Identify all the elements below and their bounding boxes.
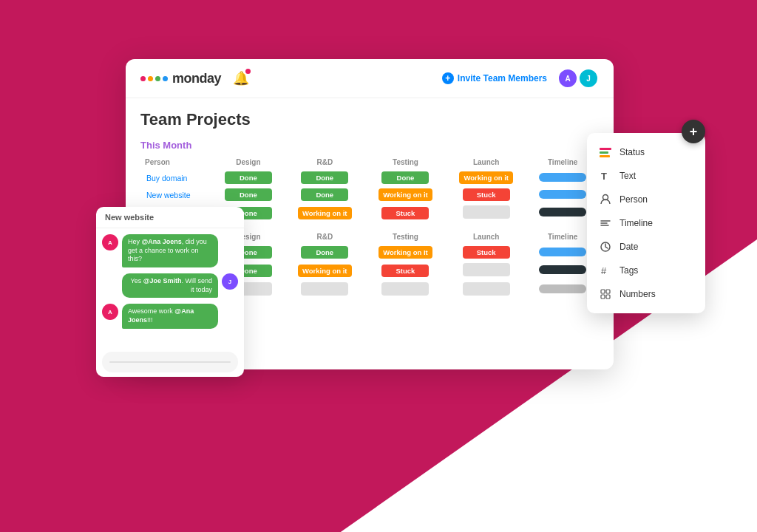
col-rd: R&D <box>285 155 365 169</box>
status-stuck: Stuck <box>463 188 510 201</box>
cell-rd: Done <box>285 169 365 186</box>
empty-cell <box>301 282 348 296</box>
row-label-buy-domain: Buy domain <box>140 169 212 186</box>
chat-message-2: J Yes @Joe Smith. Will send it today <box>102 273 238 298</box>
user-avatars: A J <box>557 68 599 89</box>
col-launch-2: Launch <box>446 230 526 244</box>
person-icon <box>599 193 612 206</box>
dropdown-item-tags[interactable]: # Tags <box>587 259 705 282</box>
scene: monday 🔔 + Invite Team Members A J Team … <box>0 0 757 532</box>
timeline-icon <box>599 216 612 230</box>
logo-dot-2 <box>148 76 153 81</box>
board-header: monday 🔔 + Invite Team Members A J <box>126 59 614 98</box>
chat-input-line <box>109 361 231 363</box>
status-working: Working on it <box>378 188 432 201</box>
text-icon-svg: T <box>600 170 611 182</box>
dropdown-item-status[interactable]: Status <box>587 140 705 164</box>
cell-rd-g2-3 <box>285 280 365 299</box>
cell-design: Done <box>212 169 285 186</box>
cell-rd-g2: Done <box>285 244 365 261</box>
col-testing-2: Testing <box>365 230 446 244</box>
numbers-icon <box>599 287 612 301</box>
svg-rect-10 <box>606 295 610 299</box>
logo-dot-1 <box>140 76 146 81</box>
logo-dot-3 <box>155 76 160 81</box>
mention-joe: @Joe Smith <box>143 277 182 284</box>
logo: monday 🔔 <box>140 70 249 86</box>
status-done: Done <box>301 246 348 259</box>
status-done: Done <box>225 171 272 184</box>
status-bar-1 <box>600 148 611 150</box>
board-title: Team Projects <box>140 110 599 129</box>
header-right: + Invite Team Members A J <box>442 68 599 89</box>
col-design: Design <box>212 155 285 169</box>
dropdown-item-date[interactable]: Date <box>587 235 705 259</box>
table-row: New website Done Done Working on it Stuc… <box>140 186 599 203</box>
status-working: Working on it <box>298 207 352 219</box>
mention-ana: @Ana Joens <box>142 238 182 245</box>
logo-dot-4 <box>163 76 168 81</box>
section1-label: This Month <box>140 140 599 151</box>
date-icon <box>599 240 612 253</box>
empty-cell <box>381 282 429 296</box>
timeline-bar <box>539 190 586 199</box>
cell-launch-g2: Stuck <box>446 244 526 261</box>
chat-bubble-2: Yes @Joe Smith. Will send it today <box>122 273 218 298</box>
cell-testing: Working on it <box>365 186 446 203</box>
cell-rd: Done <box>285 186 365 203</box>
timeline-bar <box>539 208 586 216</box>
invite-label: Invite Team Members <box>458 73 547 83</box>
chat-header: New website <box>96 207 244 228</box>
status-icon <box>599 146 612 159</box>
chat-bubble-1: Hey @Ana Joens, did you get a chance to … <box>122 234 218 267</box>
mention-ana-2: @Ana Joens <box>128 307 194 324</box>
chat-bubble-3: Awesome work @Ana Joens!!! <box>122 304 218 328</box>
logo-text: monday <box>172 71 221 86</box>
dropdown-item-numbers[interactable]: Numbers <box>587 282 705 306</box>
tags-icon-svg: # <box>600 265 611 276</box>
status-stuck: Stuck <box>463 246 510 259</box>
invite-button[interactable]: + Invite Team Members <box>442 72 547 84</box>
timeline-label: Timeline <box>619 218 653 228</box>
dropdown-panel: + Status T Text <box>587 133 705 313</box>
cell-launch-g2-2 <box>446 261 526 280</box>
dropdown-item-timeline[interactable]: Timeline <box>587 211 705 235</box>
notification-bell[interactable]: 🔔 <box>233 70 249 86</box>
avatar-2: J <box>578 68 599 89</box>
cell-testing: Stuck <box>365 203 446 222</box>
status-label: Status <box>619 147 645 157</box>
col-person: Person <box>140 155 212 169</box>
logo-dots <box>140 76 168 81</box>
chat-message-1: A Hey @Ana Joens, did you get a chance t… <box>102 234 238 267</box>
chat-panel: New website A Hey @Ana Joens, did you ge… <box>96 207 244 377</box>
cell-rd-g2-2: Working on it <box>285 261 365 280</box>
status-stuck: Stuck <box>381 207 429 219</box>
dropdown-item-text[interactable]: T Text <box>587 164 705 188</box>
col-launch: Launch <box>446 155 526 169</box>
table-row: Buy domain Done Done Done Working on it <box>140 169 599 186</box>
status-bars <box>600 148 611 157</box>
status-done: Done <box>301 188 348 201</box>
svg-rect-9 <box>601 295 605 299</box>
cell-design: Done <box>212 186 285 203</box>
tags-label: Tags <box>619 265 638 276</box>
svg-rect-7 <box>601 290 605 293</box>
chat-input-bar[interactable] <box>102 352 238 372</box>
chat-avatar-ana: A <box>102 234 118 250</box>
cell-rd: Working on it <box>285 203 365 222</box>
svg-text:#: # <box>601 265 607 276</box>
cell-testing-g2: Working on It <box>365 244 446 261</box>
dropdown-item-person[interactable]: Person <box>587 188 705 211</box>
cell-launch: Working on it <box>446 169 526 186</box>
tags-icon: # <box>599 264 612 277</box>
person-label: Person <box>619 194 648 205</box>
timeline-icon-svg <box>600 217 611 229</box>
cell-launch: Stuck <box>446 186 526 203</box>
status-stuck: Stuck <box>381 265 429 277</box>
add-column-button[interactable]: + <box>682 120 705 143</box>
empty-cell <box>463 282 510 296</box>
timeline-bar <box>539 248 586 256</box>
invite-plus-icon: + <box>442 72 454 84</box>
chat-avatar-joe: J <box>222 273 238 290</box>
status-bar-3 <box>600 155 610 157</box>
